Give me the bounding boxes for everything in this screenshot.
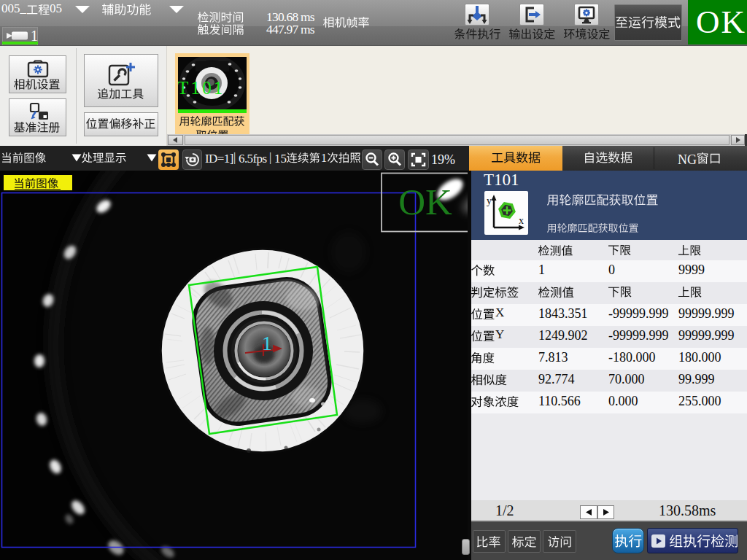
svg-text:y: y	[487, 195, 492, 206]
svg-text:x: x	[519, 215, 524, 226]
svg-text:T101: T101	[178, 78, 225, 98]
svg-text:OK: OK	[398, 182, 452, 222]
svg-text:1: 1	[262, 332, 272, 354]
